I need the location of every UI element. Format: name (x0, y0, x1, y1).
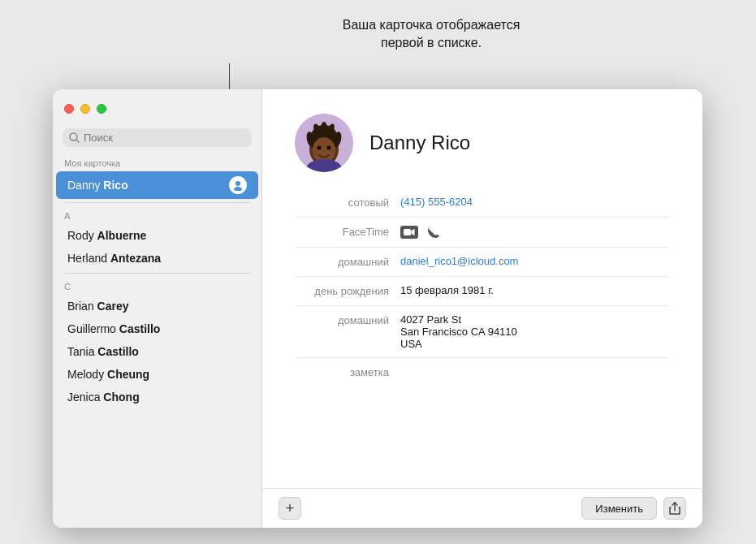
field-label-address: домашний (295, 313, 400, 326)
field-value-address: 4027 Park StSan Francisco CA 94110USA (400, 313, 670, 350)
search-bar (63, 128, 252, 147)
sidebar-item-guillermo-castillo[interactable]: Guillermo Castillo (56, 317, 258, 340)
contacts-window: Моя карточка Danny Rico A Rody Albuerne (53, 89, 702, 528)
field-label-birthday: день рождения (295, 284, 400, 297)
field-row-phone: сотовый (415) 555-6204 (295, 188, 670, 218)
edit-button[interactable]: Изменить (581, 497, 657, 520)
search-input[interactable] (84, 132, 245, 144)
field-value-email[interactable]: daniel_rico1@icloud.com (400, 255, 670, 267)
svg-point-11 (321, 122, 327, 135)
section-divider-c (64, 273, 250, 274)
share-button[interactable] (663, 497, 686, 520)
contact-last-name: Albuerne (97, 229, 147, 242)
sidebar-item-herland-antezana[interactable]: Herland Antezana (56, 247, 258, 270)
contact-last-name: Rico (103, 179, 127, 192)
contact-full-name: Rody Albuerne (67, 229, 146, 242)
my-card-label: Моя карточка (53, 153, 261, 171)
field-row-birthday: день рождения 15 февраля 1981 г. (295, 277, 670, 306)
facetime-video-icon[interactable] (400, 226, 418, 239)
svg-line-1 (76, 140, 79, 142)
tooltip: Ваша карточка отображается первой в спис… (343, 16, 521, 53)
contact-first-name: Herland (67, 252, 110, 265)
sidebar: Моя карточка Danny Rico A Rody Albuerne (53, 89, 262, 528)
titlebar (53, 89, 261, 128)
field-label-note: заметка (295, 365, 400, 378)
svg-marker-17 (412, 229, 415, 235)
contact-first-name: Jenica (67, 391, 103, 404)
facetime-phone-icon[interactable] (426, 225, 441, 240)
detail-body: сотовый (415) 555-6204 FaceTime (262, 188, 702, 488)
contact-last-name: Cheung (107, 368, 149, 381)
add-contact-button[interactable]: + (279, 497, 301, 520)
detail-contact-name: Danny Rico (369, 132, 470, 154)
sidebar-item-danny-rico[interactable]: Danny Rico (56, 171, 258, 199)
field-value-phone[interactable]: (415) 555-6204 (400, 196, 670, 208)
sidebar-item-rody-albuerne[interactable]: Rody Albuerne (56, 224, 258, 247)
contact-first-name: Rody (67, 229, 97, 242)
field-value-facetime (400, 225, 670, 240)
contact-full-name: Tania Castillo (67, 345, 139, 358)
sidebar-item-jenica-chong[interactable]: Jenica Chong (56, 386, 258, 408)
svg-point-13 (318, 146, 322, 150)
maximize-button[interactable] (97, 104, 106, 114)
contact-first-name: Melody (67, 368, 107, 381)
minimize-button[interactable] (80, 104, 90, 114)
sidebar-item-melody-cheung[interactable]: Melody Cheung (56, 363, 258, 386)
contact-full-name: Guillermo Castillo (67, 322, 160, 335)
contact-first-name: Danny (67, 179, 103, 192)
contact-last-name: Antezana (110, 252, 161, 265)
section-divider-a (64, 202, 250, 203)
search-icon (69, 132, 80, 143)
svg-point-2 (235, 181, 240, 186)
contact-last-name: Castillo (97, 345, 139, 358)
field-row-facetime: FaceTime (295, 218, 670, 248)
contact-first-name: Brian (67, 300, 97, 313)
contact-full-name: Danny Rico (67, 179, 128, 192)
field-value-birthday: 15 февраля 1981 г. (400, 284, 670, 296)
section-label-c: C (53, 277, 261, 295)
field-row-email: домашний daniel_rico1@icloud.com (295, 248, 670, 277)
contact-avatar-icon (229, 176, 247, 194)
close-button[interactable] (64, 104, 74, 114)
field-label-phone: сотовый (295, 196, 400, 209)
field-row-note: заметка (295, 358, 670, 407)
field-label-facetime: FaceTime (295, 225, 400, 238)
contact-full-name: Melody Cheung (67, 368, 149, 381)
sidebar-item-tania-castillo[interactable]: Tania Castillo (56, 340, 258, 363)
avatar (295, 114, 353, 172)
facetime-icons (400, 225, 670, 240)
contact-full-name: Herland Antezana (67, 252, 161, 265)
contact-full-name: Jenica Chong (67, 391, 140, 404)
svg-point-3 (234, 187, 242, 191)
detail-pane: Danny Rico сотовый (415) 555-6204 FaceTi… (262, 89, 702, 528)
field-row-address: домашний 4027 Park StSan Francisco CA 94… (295, 306, 670, 358)
contact-last-name: Carey (97, 300, 129, 313)
svg-rect-16 (404, 229, 411, 235)
sidebar-item-brian-carey[interactable]: Brian Carey (56, 295, 258, 317)
right-buttons: Изменить (581, 497, 686, 520)
contact-first-name: Guillermo (67, 322, 119, 335)
contact-last-name: Castillo (119, 322, 161, 335)
contact-last-name: Chong (103, 391, 139, 404)
contact-first-name: Tania (67, 345, 97, 358)
contact-full-name: Brian Carey (67, 300, 129, 313)
field-label-email: домашний (295, 255, 400, 268)
section-label-a: A (53, 206, 261, 224)
bottom-toolbar: + Изменить (262, 488, 702, 528)
detail-header: Danny Rico (262, 89, 702, 188)
svg-point-14 (327, 146, 331, 150)
